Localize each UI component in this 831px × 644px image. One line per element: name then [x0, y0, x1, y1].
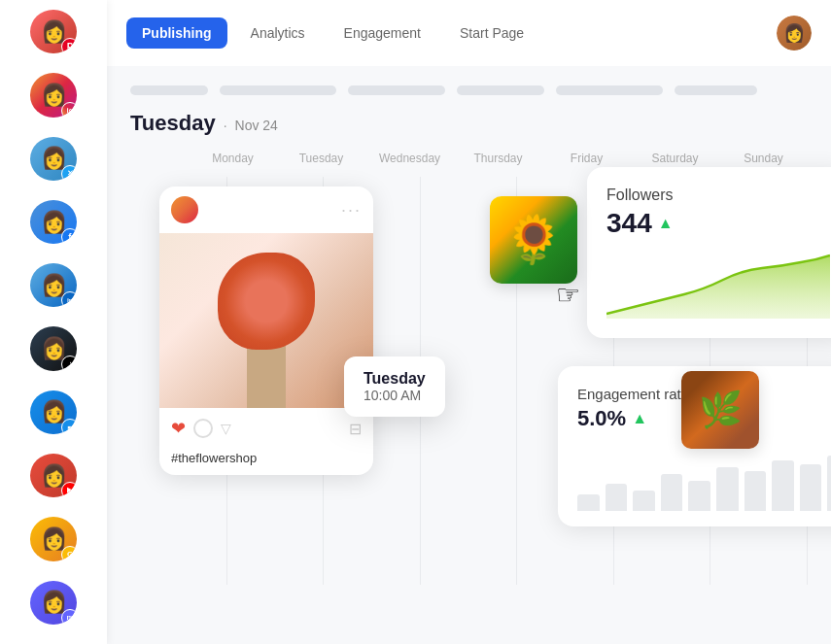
sidebar-avatar-linkedin[interactable]: 👩 in	[30, 263, 77, 307]
tooltip-bubble: Tuesday 10:00 AM	[344, 356, 445, 417]
top-nav: Publishing Analytics Engagement Start Pa…	[107, 0, 831, 66]
buffer-icon: ■	[61, 419, 77, 434]
date-separator: ·	[224, 118, 227, 133]
heart-icon[interactable]: ❤	[171, 418, 186, 439]
sidebar-avatar-facebook[interactable]: 👩 f	[30, 200, 77, 244]
cal-day-thursday: Thursday	[454, 152, 542, 165]
twitter-icon: ✕	[61, 165, 77, 181]
followers-chart	[606, 251, 830, 319]
engagement-bar-chart	[577, 443, 831, 511]
cal-day-saturday: Saturday	[631, 152, 719, 165]
skeleton-bar-5	[556, 85, 663, 95]
calendar-header: Monday Tuesday Wednesday Thursday Friday…	[130, 152, 808, 165]
youtube-icon: ▶	[61, 482, 77, 497]
bar-5	[688, 481, 710, 512]
skeleton-bars	[130, 85, 808, 95]
calendar-grid: ··· ❤ ▽ ⊟ #theflowershop Tuesday 10:00 A…	[130, 177, 808, 585]
tab-publishing[interactable]: Publishing	[126, 17, 227, 49]
post-actions: ❤ ▽ ⊟	[159, 408, 373, 449]
mastodon-icon: m	[61, 609, 77, 625]
followers-number: 344	[606, 208, 652, 239]
bar-3	[633, 491, 655, 511]
sidebar-avatar-google[interactable]: 👩 G	[30, 517, 77, 560]
cal-day-wednesday: Wednesday	[365, 152, 454, 165]
skeleton-bar-6	[675, 85, 757, 95]
skeleton-bar-1	[130, 85, 208, 95]
skeleton-bar-4	[457, 85, 544, 95]
engagement-trend-icon: ▲	[632, 410, 647, 427]
sidebar-avatar-buffer[interactable]: 👩 ■	[30, 390, 77, 434]
filter-icon[interactable]: ▽	[221, 421, 231, 436]
sidebar-avatar-mastodon[interactable]: 👩 m	[30, 581, 77, 625]
bar-6	[716, 467, 739, 512]
engagement-number: 5.0%	[577, 406, 626, 431]
sidebar-avatar-pinterest[interactable]: 👩 P	[30, 10, 77, 53]
post-hashtag: #theflowershop	[159, 449, 373, 475]
sidebar-avatar-youtube[interactable]: 👩 ▶	[30, 454, 77, 497]
skeleton-bar-2	[220, 85, 336, 95]
followers-trend-icon: ▲	[658, 215, 674, 232]
sidebar-avatar-tiktok[interactable]: 👩 ♪	[30, 326, 77, 370]
followers-title: Followers	[606, 186, 830, 204]
sunflower-image	[490, 196, 577, 284]
linkedin-icon: in	[61, 291, 77, 307]
date-heading: Tuesday · Nov 24	[130, 111, 808, 136]
tiktok-icon: ♪	[61, 356, 77, 371]
bar-7	[744, 471, 767, 511]
post-card-header: ···	[159, 186, 373, 233]
bar-1	[577, 494, 600, 512]
tab-start-page[interactable]: Start Page	[444, 17, 539, 49]
bar-10	[827, 456, 831, 511]
hands-image	[681, 371, 759, 449]
cal-day-monday: Monday	[189, 152, 277, 165]
bar-8	[772, 460, 794, 512]
pinterest-icon: P	[61, 38, 77, 53]
tab-engagement[interactable]: Engagement	[329, 17, 436, 49]
sidebar: 👩 P 👩 ig 👩 ✕ 👩 f 👩 in 👩 ♪ 👩 ■ 👩 ▶ 👩 G 👩 …	[0, 0, 107, 644]
post-options-button[interactable]: ···	[341, 200, 362, 220]
post-image-flower	[159, 233, 373, 408]
cal-day-friday: Friday	[542, 152, 631, 165]
followers-card: Followers 344 ▲	[587, 167, 831, 338]
comment-icon[interactable]	[193, 419, 213, 438]
instagram-icon: ig	[61, 102, 77, 118]
tooltip-day: Tuesday	[364, 370, 426, 388]
cal-day-sunday: Sunday	[719, 152, 808, 165]
facebook-icon: f	[61, 228, 77, 244]
sidebar-avatar-instagram[interactable]: 👩 ig	[30, 73, 77, 117]
sunflower-thumbnail[interactable]: 9:15 AM	[490, 196, 577, 284]
main-area: Publishing Analytics Engagement Start Pa…	[107, 0, 831, 644]
google-icon: G	[61, 546, 77, 561]
user-avatar-nav[interactable]: 👩	[777, 16, 812, 51]
date-day-label: Tuesday	[130, 111, 216, 136]
bookmark-icon[interactable]: ⊟	[349, 420, 362, 438]
small-thumbnail[interactable]: 12:20 PM	[681, 371, 759, 449]
sidebar-avatar-twitter[interactable]: 👩 ✕	[30, 137, 77, 181]
post-card[interactable]: ··· ❤ ▽ ⊟ #theflowershop	[159, 186, 373, 475]
bar-9	[800, 464, 822, 511]
cursor-hand-icon: ☞	[556, 279, 580, 311]
followers-count: 344 ▲	[606, 208, 830, 239]
content-area: Tuesday · Nov 24 Monday Tuesday Wednesda…	[107, 66, 831, 644]
tooltip-time: 10:00 AM	[364, 388, 426, 403]
cal-day-tuesday: Tuesday	[277, 152, 365, 165]
date-month-label: Nov 24	[235, 118, 278, 133]
bar-2	[606, 484, 628, 511]
post-avatar	[171, 196, 198, 223]
bar-4	[661, 474, 683, 512]
skeleton-bar-3	[348, 85, 445, 95]
tab-analytics[interactable]: Analytics	[235, 17, 321, 49]
